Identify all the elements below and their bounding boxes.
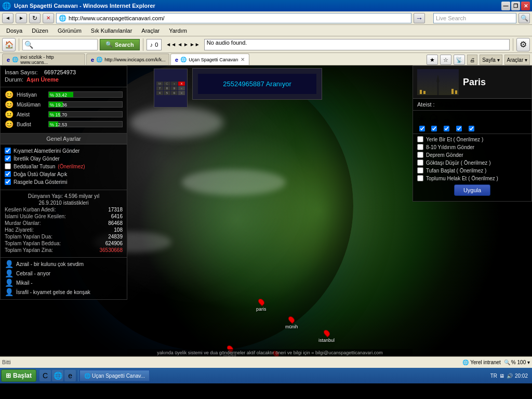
print-button[interactable]: 🖨: [467, 55, 477, 65]
cb-beddua[interactable]: Beddua'lar Tutsun (Önerilmez): [5, 163, 123, 169]
opt-cb-0[interactable]: [417, 136, 423, 142]
menu-dosya[interactable]: Dosya: [2, 26, 26, 35]
option-row-1[interactable]: 8-10 Yıldırım Gönder: [417, 144, 527, 150]
budist-bar: % 12,53: [48, 121, 123, 127]
home-button[interactable]: 🏠: [2, 38, 16, 51]
option-row-3[interactable]: Göktaşı Düşür ( Önerilmez ): [417, 159, 527, 166]
prev-track-icon[interactable]: ◄◄: [166, 42, 176, 47]
search-text-box: 25524965887 Aranıyor: [198, 74, 316, 94]
menu-bar: Dosya Düzen Görünüm Sık Kullanılanlar Ar…: [0, 25, 532, 36]
content-area: paris münih istanbul madrit roma M C + X…: [0, 65, 532, 356]
cb-ibretlik[interactable]: İbretlik Olay Gönder: [5, 155, 123, 162]
address-bar: ◄ ► ↻ ✕ 🌐 http://www.ucanspagetticanavar…: [0, 11, 532, 25]
menu-araclar[interactable]: Araçlar: [137, 26, 164, 35]
menu-yardim[interactable]: Yardım: [165, 26, 191, 35]
refresh-button[interactable]: ↻: [29, 13, 41, 23]
tab-incicaps[interactable]: e 🌐 http://www.incicaps.com/k/k...: [86, 54, 169, 65]
city-light2: [423, 91, 425, 94]
play-icon[interactable]: ►: [183, 42, 189, 47]
option-row-5[interactable]: Toplumu Helak Et ( Önerilmez ): [417, 175, 527, 181]
muslim-icon: 😊: [5, 100, 14, 109]
quick-launch: C 🌐 e: [37, 370, 78, 381]
cb-kiyamet-input[interactable]: [5, 148, 11, 154]
weather-partly-cb[interactable]: [431, 126, 437, 131]
taskbar-window-button[interactable]: 🌐 Uçan Spagetti Canav...: [79, 370, 150, 381]
play-prev-icon[interactable]: ◄: [177, 42, 182, 47]
dunya-yasi-label: Dünyanın Yaşı: 4.596 milyar yıl: [5, 193, 123, 199]
toolbar: 🏠 🔍 🔍 Search ♪ 0 ◄◄ ◄ ► ►► No audio foun…: [0, 36, 532, 53]
stop-button[interactable]: ✕: [43, 13, 54, 23]
message-row: 👤Azrail - bir kulunu çok sevdim: [5, 260, 123, 268]
apply-button[interactable]: Uygula: [454, 184, 490, 196]
go-button[interactable]: →: [414, 13, 425, 23]
cb-rasgele-input[interactable]: [5, 179, 11, 185]
close-button[interactable]: ✕: [521, 2, 530, 10]
tab-incisozluk[interactable]: e 🌐 inci sözlük - http www.ucans...: [2, 54, 85, 65]
cb-beddua-input[interactable]: [5, 163, 11, 169]
restore-button[interactable]: ❐: [511, 2, 520, 10]
zoom-level[interactable]: 🔍 % 100 ▾: [504, 360, 530, 365]
cb-doga-input[interactable]: [5, 171, 11, 177]
toolbar-search-input[interactable]: [35, 39, 97, 50]
page-favicon: 🌐: [59, 15, 66, 22]
partly-cloudy-icon: 🌤: [429, 113, 439, 125]
ql-icon-2[interactable]: 🌐: [52, 370, 63, 381]
live-search-box[interactable]: Live Search: [433, 13, 516, 23]
opt-cb-3[interactable]: [417, 159, 423, 166]
menu-gorunum[interactable]: Görünüm: [54, 26, 86, 35]
menu-duzen[interactable]: Düzen: [28, 26, 52, 35]
favorites-button[interactable]: ★: [427, 55, 438, 65]
ateist-bar: % 15,70: [48, 111, 123, 117]
toolbar-search-button[interactable]: 🔍 Search: [100, 39, 140, 50]
tools-menu-button[interactable]: Araçlar ▾: [504, 55, 530, 65]
hristiyan-icon: 😊: [5, 90, 14, 99]
city-paris[interactable]: paris: [256, 298, 267, 312]
audio-status[interactable]: No audio found.: [204, 39, 510, 50]
minimize-button[interactable]: —: [501, 2, 510, 10]
forward-button[interactable]: ►: [16, 13, 27, 23]
opt-cb-2[interactable]: [417, 152, 423, 158]
tab-close-button[interactable]: ✕: [241, 57, 245, 62]
opt-cb-5[interactable]: [417, 175, 423, 181]
muslim-row: 😊 Müslüman % 19,36: [5, 100, 123, 109]
city-munih[interactable]: münih: [285, 316, 298, 329]
status-bar: Bitti 🌐 Yerel intranet 🔍 % 100 ▾: [0, 356, 532, 368]
windows-icon: ⊞: [6, 372, 11, 379]
opt-cb-4[interactable]: [417, 167, 423, 174]
cb-ibretlik-input[interactable]: [5, 155, 11, 162]
cb-doga[interactable]: Doğa Üstü Olaylar Açık: [5, 171, 123, 177]
ql-icon-1[interactable]: C: [39, 370, 51, 381]
city-istanbul[interactable]: istanbul: [318, 329, 335, 343]
stat-row: İslami Usüle Göre Kesilen:6416: [5, 214, 123, 219]
internet-zone: 🌐 Yerel intranet: [462, 360, 501, 365]
search-icon: 🔍: [105, 41, 113, 48]
cb-kiyamet[interactable]: Kıyamet Alametlerini Gönder: [5, 148, 123, 154]
weather-storm-cb[interactable]: [456, 126, 462, 131]
page-menu-button[interactable]: Sayfa ▾: [480, 55, 502, 65]
option-row-2[interactable]: Deprem Gönder: [417, 152, 527, 158]
menu-sik[interactable]: Sık Kullanılanlar: [87, 26, 137, 35]
tab-ucan[interactable]: e 🌐 Uçan Spagetti Canavarı ✕: [170, 54, 249, 65]
add-favorites-button[interactable]: ☆: [440, 55, 451, 65]
ql-icon-3[interactable]: e: [64, 370, 76, 381]
settings-button[interactable]: ⚙: [516, 38, 530, 51]
start-button[interactable]: ⊞ Başlat: [1, 369, 36, 382]
live-search-button[interactable]: 🔍: [518, 13, 530, 23]
message-row: 👤İsrafil - kıyamet gelse de konşak: [5, 288, 123, 296]
option-row-0[interactable]: Yerle Bir Et ( Önerilmez ): [417, 136, 527, 142]
next-track-icon[interactable]: ►►: [190, 42, 200, 47]
weather-rain-cb[interactable]: [469, 126, 474, 131]
url-box[interactable]: 🌐 http://www.ucanspagetticanavari.com/: [56, 13, 411, 23]
tab-favicon: 🌐: [12, 57, 18, 62]
weather-cloudy-cb[interactable]: [444, 126, 449, 131]
option-row-4[interactable]: Tufan Başlat ( Önerilmez ): [417, 167, 527, 174]
budist-row: 😊 Budist % 12,53: [5, 120, 123, 128]
pin-paris: [257, 298, 265, 307]
rss-button[interactable]: 📡: [454, 55, 465, 65]
stat-row: Kesilen Kurban Adedi:17318: [5, 207, 123, 212]
weather-sunny-cb[interactable]: [419, 126, 425, 131]
cb-rasgele[interactable]: Rasgele Dua Gösterimi: [5, 179, 123, 185]
back-button[interactable]: ◄: [2, 13, 14, 23]
taskbar: ⊞ Başlat C 🌐 e 🌐 Uçan Spagetti Canav... …: [0, 368, 532, 383]
opt-cb-1[interactable]: [417, 144, 423, 150]
